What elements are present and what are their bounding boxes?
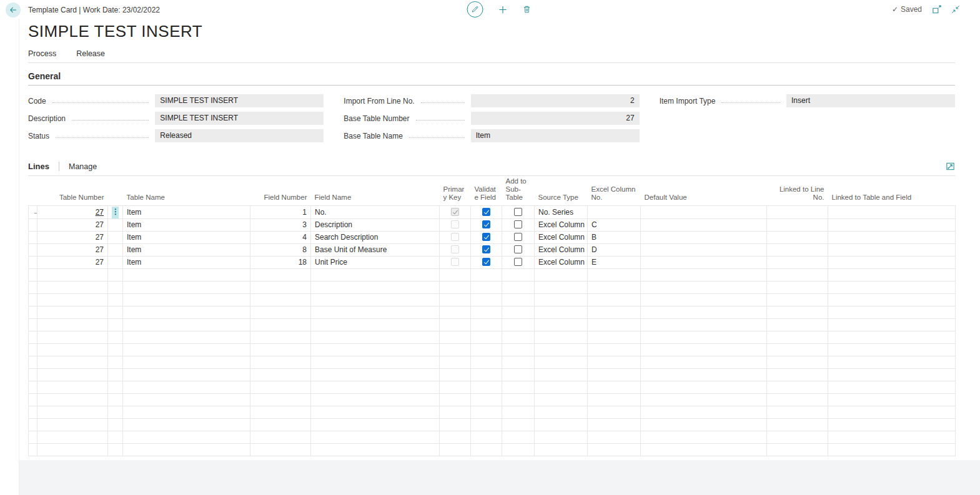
- cell-table_name[interactable]: Item: [123, 232, 250, 244]
- checkbox-add_to_sub_table[interactable]: [514, 220, 522, 228]
- checkbox-validate_field[interactable]: [482, 245, 490, 253]
- cell-field_name[interactable]: Base Unit of Measure: [311, 244, 440, 257]
- column-header-table_name[interactable]: Table Name: [123, 176, 250, 206]
- cell-field_name[interactable]: Unit Price: [311, 257, 440, 269]
- cell-field_name[interactable]: Description: [311, 219, 440, 232]
- column-header-validate_field[interactable]: Validate Field: [471, 176, 502, 206]
- cell-add_to_sub_table[interactable]: [502, 257, 535, 269]
- column-header-excel_column_no[interactable]: Excel Column No.: [588, 176, 641, 206]
- cell-source_type[interactable]: Excel Column No.: [535, 257, 588, 269]
- cell-linked_to_line_no[interactable]: [767, 219, 828, 232]
- action-process[interactable]: Process: [28, 49, 56, 58]
- cell-table_number[interactable]: 27: [37, 244, 108, 257]
- manage-menu[interactable]: Manage: [69, 162, 97, 171]
- delete-button[interactable]: [522, 5, 531, 14]
- row-options-button[interactable]: ⋮: [112, 207, 119, 218]
- cell-table_name[interactable]: Item: [123, 244, 250, 257]
- column-header-source_type[interactable]: Source Type: [535, 176, 588, 206]
- column-header-field_number[interactable]: Field Number: [250, 176, 311, 206]
- cell-excel_column_no[interactable]: E: [588, 257, 641, 269]
- cell-linked_to_table_and_field[interactable]: [828, 232, 956, 244]
- cell-linked_to_table_and_field[interactable]: [828, 206, 956, 219]
- open-in-window-button[interactable]: [932, 5, 941, 14]
- general-section-header[interactable]: General: [28, 71, 955, 86]
- cell-linked_to_line_no[interactable]: [767, 257, 828, 269]
- cell-primary_key[interactable]: [440, 232, 471, 244]
- add-button[interactable]: [498, 5, 507, 14]
- cell-default_value[interactable]: [641, 257, 767, 269]
- cell-dots[interactable]: ⋮: [108, 206, 123, 219]
- cell-primary_key[interactable]: [440, 257, 471, 269]
- cell-table_name[interactable]: Item: [123, 257, 250, 269]
- checkbox-validate_field[interactable]: [482, 233, 490, 241]
- field-item-import-type-input[interactable]: Insert: [786, 94, 955, 107]
- cell-validate_field[interactable]: [471, 244, 502, 257]
- cell-table_name[interactable]: Item: [123, 206, 250, 219]
- cell-excel_column_no[interactable]: [588, 206, 641, 219]
- cell-add_to_sub_table[interactable]: [502, 219, 535, 232]
- cell-field_number[interactable]: 1: [250, 206, 311, 219]
- cell-source_type[interactable]: No. Series: [535, 206, 588, 219]
- cell-field_name[interactable]: Search Description: [311, 232, 440, 244]
- cell-primary_key[interactable]: [440, 244, 471, 257]
- lines-tab[interactable]: Lines: [28, 162, 49, 171]
- checkbox-add_to_sub_table[interactable]: [514, 245, 522, 253]
- cell-linked_to_table_and_field[interactable]: [828, 244, 956, 257]
- cell-source_type[interactable]: Excel Column No.: [535, 232, 588, 244]
- cell-linked_to_line_no[interactable]: [767, 232, 828, 244]
- cell-source_type[interactable]: Excel Column No.: [535, 219, 588, 232]
- checkbox-validate_field[interactable]: [482, 220, 490, 228]
- cell-table_number[interactable]: 27: [37, 206, 108, 219]
- cell-add_to_sub_table[interactable]: [502, 244, 535, 257]
- cell-validate_field[interactable]: [471, 206, 502, 219]
- cell-excel_column_no[interactable]: D: [588, 244, 641, 257]
- edit-button[interactable]: [467, 1, 483, 17]
- cell-table_number[interactable]: 27: [37, 219, 108, 232]
- column-header-linked_to_table_and_field[interactable]: Linked to Table and Field: [828, 176, 956, 206]
- cell-table_name[interactable]: Item: [123, 219, 250, 232]
- column-header-linked_to_line_no[interactable]: Linked to Line No.: [767, 176, 828, 206]
- checkbox-validate_field[interactable]: [482, 258, 490, 266]
- cell-default_value[interactable]: [641, 219, 767, 232]
- cell-validate_field[interactable]: [471, 219, 502, 232]
- field-description-input[interactable]: SIMPLE TEST INSERT: [155, 112, 324, 125]
- field-base-table-number-input[interactable]: 27: [471, 112, 640, 125]
- cell-field_number[interactable]: 4: [250, 232, 311, 244]
- collapse-window-button[interactable]: [951, 5, 960, 14]
- cell-linked_to_table_and_field[interactable]: [828, 219, 956, 232]
- cell-dots[interactable]: [108, 244, 123, 257]
- focus-mode-button[interactable]: [946, 162, 955, 171]
- cell-table_number[interactable]: 27: [37, 257, 108, 269]
- cell-default_value[interactable]: [641, 232, 767, 244]
- checkbox-validate_field[interactable]: [482, 208, 490, 216]
- column-header-default_value[interactable]: Default Value: [641, 176, 767, 206]
- cell-add_to_sub_table[interactable]: [502, 206, 535, 219]
- cell-primary_key[interactable]: [440, 206, 471, 219]
- cell-dots[interactable]: [108, 257, 123, 269]
- cell-dots[interactable]: [108, 219, 123, 232]
- cell-field_number[interactable]: 3: [250, 219, 311, 232]
- cell-field_number[interactable]: 18: [250, 257, 311, 269]
- cell-validate_field[interactable]: [471, 257, 502, 269]
- column-header-field_name[interactable]: Field Name: [311, 176, 440, 206]
- cell-default_value[interactable]: [641, 244, 767, 257]
- field-code-input[interactable]: SIMPLE TEST INSERT: [155, 94, 324, 107]
- cell-field_number[interactable]: 8: [250, 244, 311, 257]
- table-number-link[interactable]: 27: [96, 208, 104, 217]
- field-base-table-name-input[interactable]: Item: [471, 129, 640, 142]
- cell-dots[interactable]: [108, 232, 123, 244]
- cell-source_type[interactable]: Excel Column No.: [535, 244, 588, 257]
- cell-field_name[interactable]: No.: [311, 206, 440, 219]
- action-release[interactable]: Release: [76, 49, 105, 58]
- field-status-input[interactable]: Released: [155, 129, 324, 142]
- checkbox-add_to_sub_table[interactable]: [514, 233, 522, 241]
- cell-default_value[interactable]: [641, 206, 767, 219]
- column-header-table_number[interactable]: Table Number: [37, 176, 108, 206]
- cell-validate_field[interactable]: [471, 232, 502, 244]
- cell-excel_column_no[interactable]: B: [588, 232, 641, 244]
- checkbox-add_to_sub_table[interactable]: [514, 208, 522, 216]
- column-header-add_to_sub_table[interactable]: Add to Sub-Table: [502, 176, 535, 206]
- cell-table_number[interactable]: 27: [37, 232, 108, 244]
- back-button[interactable]: [6, 2, 21, 17]
- cell-linked_to_line_no[interactable]: [767, 206, 828, 219]
